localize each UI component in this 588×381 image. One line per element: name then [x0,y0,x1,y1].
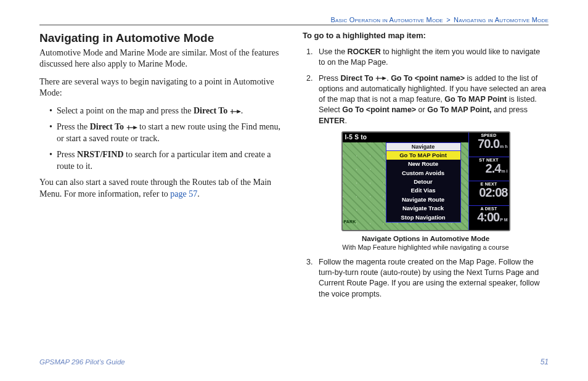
panel-speed: SPEED 70.0m h [468,133,509,157]
step-2k: and press [492,105,528,114]
bullet-3a: Press [57,150,77,159]
top-divider [39,25,549,25]
right-column: To go to a highlighted map item: Use the… [303,30,549,305]
bullet-1c: . [241,106,243,115]
panel-eta-value: 02:08 [479,186,507,199]
direct-to-icon [126,125,137,131]
footer-page-number: 51 [541,358,549,366]
svg-marker-1 [237,110,241,113]
panel-speed-unit: m h [500,144,507,149]
menu-item-0: Go To MAP Point [386,151,460,160]
direct-to-icon: D [230,109,241,115]
closing-para-a: You can also start a saved route through… [39,178,271,198]
page-footer: GPSMAP 296 Pilot’s Guide 51 [39,358,549,366]
step-1b: ROCKER [348,47,381,56]
menu-item-3: Detour [386,178,460,186]
step-2b: Direct To [340,74,375,83]
direct-to-icon [375,75,386,81]
bullet-3: Press NRST/FIND to search for a particul… [57,149,285,172]
step-2j: Go To MAP Point, [427,105,491,114]
panel-dest-value: 4:00 [477,211,499,223]
panel-next-value: 2.4 [486,162,501,174]
device-screenshot: I-5 S to PARK Navigate Go To MAP Point N… [341,131,510,231]
menu-item-2: Custom Avoids [386,169,460,178]
menu-item-6: Navigate Track [386,204,460,213]
panel-eta: E NEXT 02:08 [468,181,509,205]
menu-item-1: New Route [386,160,460,168]
device-side-panels: SPEED 70.0m h ST NEXT 2.4m i E NEXT 02:0… [468,133,509,230]
steps-list-cont: Follow the magenta route created on the … [315,257,549,300]
step-3: Follow the magenta route created on the … [315,257,549,300]
navigate-menu: Navigate Go To MAP Point New Route Custo… [386,142,461,223]
panel-dest: A DEST 4:00P M [468,205,509,230]
step-2a: Press [319,74,340,83]
bullet-2b: Direct To [90,122,126,131]
panel-next: ST NEXT 2.4m i [468,157,509,181]
bullet-1: Select a point on the map and press the … [57,105,285,117]
menu-title: Navigate [386,143,460,151]
bullet-list: Select a point on the map and press the … [54,105,285,172]
closing-para-b: . [197,189,200,199]
step-2d: Go To <point name> [391,74,465,83]
breadcrumb-right: Navigating in Automotive Mode [454,16,549,23]
step-2f: Go To MAP Point [444,95,507,104]
steps-list: Use the ROCKER to highlight the item you… [315,47,549,126]
step-1: Use the ROCKER to highlight the item you… [315,47,549,68]
step-2: Press Direct To . Go To <point name> is … [315,73,549,126]
bullet-3b: NRST/FIND [77,150,123,159]
step-2m: . [345,117,346,125]
step-1a: Use the [319,47,348,56]
figure-caption-bold: Navigate Options in Automotive Mode [303,235,549,242]
intro-para-2: There are several ways to begin navigati… [39,76,285,99]
bullet-2: Press the Direct To to start a new route… [57,121,285,144]
panel-next-unit: m i [501,169,507,173]
panel-dest-unit: P M [500,218,507,222]
page-link[interactable]: page 57 [170,189,197,199]
breadcrumb-left: Basic Operation in Automotive Mode [330,16,443,23]
subheading: To go to a highlighted map item: [303,30,549,41]
figure: I-5 S to PARK Navigate Go To MAP Point N… [303,131,549,251]
step-2h: Go To <point name> [342,105,416,114]
closing-para: You can also start a saved route through… [39,177,285,200]
left-column: Navigating in Automotive Mode Automotive… [39,30,285,305]
breadcrumb: Basic Operation in Automotive Mode > Nav… [39,16,549,23]
breadcrumb-sep: > [446,16,451,23]
map-label-park: PARK [344,219,356,224]
menu-item-7: Stop Navigation [386,213,460,222]
bullet-2a: Press the [57,122,90,131]
svg-marker-6 [133,126,137,129]
device-status-bar: I-5 S to [343,133,468,142]
bullet-1a: Select a point on the map and press the [57,106,194,115]
section-heading: Navigating in Automotive Mode [39,31,285,45]
footer-guide: GPSMAP 296 Pilot’s Guide [39,358,125,366]
menu-item-5: Navigate Route [386,195,460,204]
device-map: PARK Navigate Go To MAP Point New Route … [343,142,468,230]
menu-item-4: Edit Vias [386,186,460,195]
step-2i: or [416,105,427,114]
bullet-1b: Direct To [194,106,230,115]
panel-speed-value: 70.0 [478,137,499,150]
step-2l: ENTER [319,117,345,125]
intro-para-1: Automotive Mode and Marine Mode are simi… [39,47,285,70]
figure-caption: With Map Feature highlighted while navig… [303,244,549,251]
